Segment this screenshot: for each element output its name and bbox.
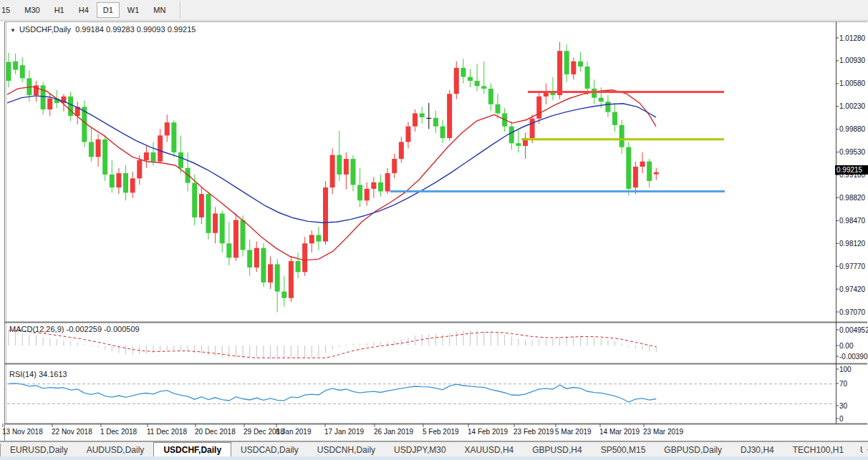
date-axis-label: 26 Jan 2019 — [374, 428, 413, 436]
timeframe-button-h4[interactable]: H4 — [72, 2, 95, 18]
tab-label: USDJPY,M30 — [394, 445, 445, 455]
date-axis-label: 14 Mar 2019 — [599, 428, 640, 436]
tab-xauusd-h4[interactable]: XAUUSD,H4 — [455, 442, 524, 457]
tab-label: GBPUSD,H4 — [532, 445, 582, 455]
candle-body — [165, 122, 170, 135]
candle-body — [385, 173, 390, 191]
candle-body — [226, 243, 231, 258]
candle-body — [626, 147, 631, 189]
candle-body — [365, 189, 370, 200]
candle-body — [433, 118, 438, 127]
candle-body — [130, 178, 135, 192]
candle-body — [61, 97, 66, 103]
date-axis-label: 23 Mar 2019 — [643, 428, 683, 436]
tab-eurusd-daily[interactable]: EURUSD,Daily — [1, 442, 77, 457]
chart-title-ohlc: 0.99184 0.99283 0.99093 0.99215 — [75, 25, 196, 34]
candle-body — [447, 94, 452, 138]
tab-gbpusd-daily[interactable]: GBPUSD,Daily — [655, 442, 731, 457]
tab-label: AUDUSD,Daily — [87, 445, 145, 455]
date-axis-label: 14 Feb 2019 — [468, 428, 508, 436]
tab-usdjpy-m30[interactable]: USDJPY,M30 — [385, 442, 455, 457]
tab-usdcad-daily[interactable]: USDCAD,Daily — [231, 442, 308, 457]
rsi-line — [9, 383, 656, 402]
candle-body — [296, 261, 301, 272]
tab-label: XAUUSD,H4 — [465, 445, 514, 455]
tab-dj30-h4[interactable]: DJ30,H4 — [731, 442, 783, 457]
candle-body — [564, 51, 569, 74]
tab-label: DJ30,H4 — [741, 445, 774, 455]
tab-sp500-m15[interactable]: SP500,M15 — [592, 442, 655, 457]
tab-label: TECH100,H1 — [793, 445, 844, 455]
candle-body — [254, 248, 259, 268]
date-axis-label: 23 Feb 2019 — [513, 428, 554, 436]
candle-body — [137, 160, 142, 178]
macd-axis-label: 0.004952 — [839, 326, 868, 334]
tab-clipped[interactable]: U — [853, 442, 863, 457]
timeframe-button-m15[interactable]: 15 — [0, 2, 16, 18]
date-axis-label: 17 Jan 2019 — [324, 428, 364, 436]
candle-body — [460, 68, 466, 77]
price-axis-label: 0.97070 — [839, 308, 865, 316]
tab-audusd-daily[interactable]: AUDUSD,Daily — [77, 442, 154, 457]
candle-body — [413, 113, 418, 126]
timeframe-button-h1[interactable]: H1 — [48, 2, 71, 18]
chart-canvas[interactable] — [0, 0, 868, 460]
candle-body — [392, 159, 397, 173]
tab-usdchf-daily[interactable]: USDCHF,Daily — [153, 442, 231, 457]
macd-indicator-label: MACD(12,26,9) -0.002259 -0.000509 — [9, 325, 140, 333]
rsi-indicator-label: RSI(14) 34.1613 — [9, 370, 67, 378]
candle-body — [599, 98, 604, 102]
tab-label: GBPUSD,Daily — [664, 445, 722, 455]
candle-body — [640, 162, 645, 167]
candle-body — [475, 81, 480, 86]
timeframe-button-m30[interactable]: M30 — [18, 2, 46, 18]
candle-body — [261, 248, 266, 283]
candle-body — [178, 152, 183, 168]
candle-body — [6, 62, 11, 81]
chart-tab-bar: EURUSD,Daily AUDUSD,Daily USDCHF,Daily U… — [0, 441, 868, 457]
candle-body — [544, 92, 549, 97]
candle-body — [571, 62, 576, 74]
status-bar — [0, 456, 868, 460]
candle-body — [110, 175, 115, 187]
candle-body — [647, 162, 652, 181]
candle-body — [536, 97, 541, 119]
candle-body — [592, 89, 597, 98]
candle-body — [330, 155, 335, 187]
candle-body — [316, 235, 321, 241]
symbol-dropdown-icon[interactable]: ▼ — [10, 27, 16, 34]
candle-body — [123, 173, 128, 192]
toolbar-separator — [180, 1, 181, 19]
rsi-axis-label: 30 — [839, 402, 847, 410]
candle-body — [378, 182, 383, 192]
tab-gbpusd-h4[interactable]: GBPUSD,H4 — [523, 442, 591, 457]
timeframe-button-mn[interactable]: MN — [147, 2, 172, 18]
chart-title: ▼USDCHF,Daily 0.99184 0.99283 0.99093 0.… — [10, 25, 196, 34]
candle-body — [323, 187, 328, 241]
candle-body — [96, 140, 101, 157]
date-axis-label: 13 Nov 2018 — [2, 428, 43, 436]
price-axis-label: 0.98470 — [839, 217, 865, 225]
candle-body — [405, 127, 410, 142]
timeframe-button-w1[interactable]: W1 — [121, 2, 146, 18]
candle-body — [213, 213, 218, 233]
price-axis-label: 1.01280 — [839, 34, 865, 42]
tab-scroll-left-icon[interactable]: ◄ — [863, 446, 868, 453]
tab-tech100-h1[interactable]: TECH100,H1 — [783, 442, 853, 457]
candle-body — [344, 159, 349, 175]
candle-body — [171, 122, 176, 152]
candle-body — [309, 235, 314, 243]
candle-body — [247, 250, 252, 268]
candle-body — [199, 194, 204, 217]
candle-body — [516, 143, 521, 146]
tab-usdcnh-daily[interactable]: USDCNH,Daily — [308, 442, 385, 457]
date-axis-label: 20 Dec 2018 — [195, 428, 236, 436]
candle-body — [633, 167, 638, 187]
candle-body — [496, 104, 501, 114]
timeframe-button-d1[interactable]: D1 — [97, 2, 120, 18]
ma-slow-line — [7, 96, 656, 222]
date-axis-label: 5 Feb 2019 — [423, 428, 459, 436]
candle-body — [233, 220, 238, 258]
candle-body — [82, 107, 87, 142]
candle-body — [89, 142, 94, 157]
